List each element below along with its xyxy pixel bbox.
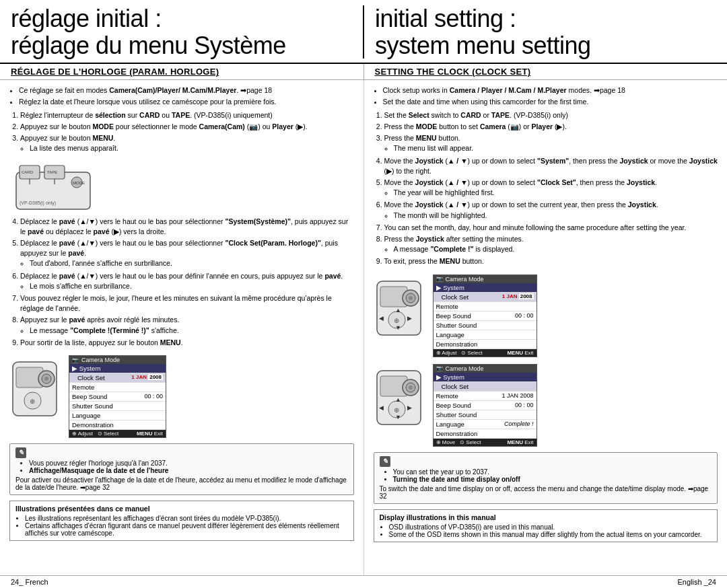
svg-text:TAPE: TAPE — [47, 170, 57, 174]
left-illustrations-title: Illustrations présentées dans ce manuel — [15, 505, 348, 513]
right-menu-shuttersound: Shutter Sound — [434, 321, 536, 330]
svg-text:◀: ◀ — [379, 315, 384, 322]
right-menu-bottom-footer: ⊕ Move ⊙ Select MENU Exit — [434, 439, 536, 446]
right-text-content: Clock setup works in Camera / Player / M… — [374, 85, 718, 269]
right-step-8: Press the Joystick after setting the min… — [384, 234, 718, 254]
right-step-5a: The year will be highlighted first. — [394, 188, 718, 198]
menu-top-language: Language — [69, 411, 166, 420]
svg-text:▲: ▲ — [395, 396, 401, 403]
left-menu-box-top: 📷 Camera Mode ▶ System Clock Set 1 JAN 2… — [69, 355, 166, 438]
right-menu-b-system: ▶ System — [434, 373, 536, 382]
right-menu-b-language: LanguageComplete ! — [434, 420, 536, 429]
menu-top-shuttersound: Shutter Sound — [69, 402, 166, 411]
right-step-4: Move the Joystick (▲ / ▼) up or down to … — [384, 156, 718, 176]
left-diagram-top: CARD TAPE MODE (VP-D385(i) only) — [9, 159, 354, 214]
svg-text:▶: ▶ — [407, 404, 412, 411]
right-bullet-2: Set the date and time when using this ca… — [383, 97, 718, 107]
right-title-line1: initial setting : — [375, 5, 716, 32]
right-step-9: To exit, press the MENU button. — [384, 256, 718, 266]
left-step-9: Pour sortir de la liste, appuyez sur le … — [20, 338, 354, 348]
right-camera-side-2: ⊕ ◀ ▶ ▲ ▼ — [374, 364, 427, 429]
svg-text:⊕: ⊕ — [394, 406, 399, 414]
right-note-box: ✎ You can set the year up to 2037. Turni… — [374, 452, 718, 504]
right-camera-side-svg-2: ⊕ ◀ ▶ ▲ ▼ — [374, 364, 427, 428]
left-step-6: Déplacez le pavé (▲/▼) vers le haut ou l… — [20, 271, 354, 291]
svg-text:(VP-D385(i) only): (VP-D385(i) only) — [20, 200, 56, 206]
left-note-detail: Pour activer ou désactiver l'affichage d… — [15, 476, 348, 491]
right-menu-system: ▶ System — [434, 283, 536, 293]
left-step-5: Déplacez le pavé (▲/▼) vers le haut ou l… — [20, 238, 354, 269]
content-row: Ce réglage se fait en modes Camera(Cam)/… — [0, 80, 727, 575]
right-menu-b-demonstration: Demonstration — [434, 429, 536, 439]
right-menu-remote: Remote — [434, 302, 536, 311]
right-diagram-menu: ⊕ ◀ ▶ ▲ ▼ 📷 Camera Mode — [374, 274, 718, 357]
right-section-header: SETTING THE CLOCK (CLOCK SET) — [364, 64, 728, 79]
left-step-3a: La liste des menus apparaît. — [30, 143, 354, 153]
right-illustrations-title: Display illustrations in this manual — [380, 513, 712, 521]
right-menu-language: Language — [434, 330, 536, 340]
right-menu-b-shuttersound: Shutter Sound — [434, 410, 536, 420]
svg-text:⊕: ⊕ — [30, 398, 35, 405]
right-note-icon: ✎ — [380, 456, 390, 467]
right-step-3: Press the MENU button. The menu list wil… — [384, 133, 718, 153]
footer-left: 24_ French — [11, 578, 48, 586]
menu-top-beepsound: Beep Sound00 : 00 — [69, 392, 166, 402]
right-illust-2: Some of the OSD items shown in this manu… — [389, 531, 712, 538]
svg-text:MODE: MODE — [73, 181, 85, 185]
section-header-row: RÉGLAGE DE L'HORLOGE (PARAM. HORLOGE) SE… — [0, 64, 727, 80]
left-step-4: Déplacez le pavé (▲/▼) vers le haut ou l… — [20, 217, 354, 237]
left-step-6a: Le mois s'affiche en surbrillance. — [30, 281, 354, 291]
menu-top-demonstration: Demonstration — [69, 420, 166, 430]
right-title-line2: system menu setting — [375, 32, 716, 59]
left-bullet-2: Réglez la date et l'heure lorsque vous u… — [19, 97, 354, 107]
left-diagram-menu: ⊕ 📷 Camera Mode ▶ System Clock Set — [9, 355, 354, 438]
right-diagram-complete: ⊕ ◀ ▶ ▲ ▼ 📷 Camera Mode ▶ Syst — [374, 364, 718, 447]
right-note-1: You can set the year up to 2037. — [393, 468, 712, 476]
svg-text:▼: ▼ — [395, 324, 401, 331]
right-menu-b-beepsound: Beep Sound00 : 00 — [434, 401, 536, 410]
svg-text:▲: ▲ — [395, 307, 401, 314]
svg-text:CARD: CARD — [22, 170, 34, 174]
right-menu-b-clockset: Clock Set — [434, 382, 536, 392]
right-note-detail: To switch the date and time display on o… — [380, 485, 712, 500]
footer-right: English _24 — [678, 578, 717, 586]
left-step-8: Appuyez sur le pavé après avoir réglé le… — [20, 315, 354, 335]
left-title-line2: réglage du menu Système — [11, 32, 352, 59]
right-title-block: initial setting : system menu setting — [363, 5, 716, 59]
svg-text:▶: ▶ — [407, 315, 412, 322]
left-step-2: Appuyez sur le bouton MODE pour sélectio… — [20, 122, 354, 132]
right-step-3a: The menu list will appear. — [394, 143, 718, 153]
right-bullet-1: Clock setup works in Camera / Player / M… — [383, 85, 718, 96]
right-step-1: Set the Select switch to CARD or TAPE. (… — [384, 110, 718, 120]
title-row: réglage initial : réglage du menu Systèm… — [0, 0, 727, 64]
left-text-steps-cont: Déplacez le pavé (▲/▼) vers le haut ou l… — [9, 217, 354, 351]
left-camera-side: ⊕ — [9, 355, 63, 420]
note-icon: ✎ — [15, 447, 26, 458]
right-panel: Clock setup works in Camera / Player / M… — [364, 80, 728, 575]
right-step-8a: A message "Complete !" is displayed. — [394, 244, 718, 254]
right-menu-demonstration: Demonstration — [434, 340, 536, 349]
svg-point-32 — [409, 385, 413, 390]
left-step-7: Vous pouvez régler le mois, le jour, l'h… — [20, 293, 354, 314]
menu-top-footer: ⊕ Adjust ⊙ Select MENU Exit — [69, 430, 166, 437]
right-menu-top-header: 📷 Camera Mode — [434, 275, 536, 283]
left-bullet-1: Ce réglage se fait en modes Camera(Cam)/… — [19, 85, 354, 96]
camera-top-svg: CARD TAPE MODE (VP-D385(i) only) — [9, 159, 97, 213]
left-panel: Ce réglage se fait en modes Camera(Cam)/… — [0, 80, 364, 575]
svg-text:▼: ▼ — [395, 414, 401, 420]
camera-side-svg: ⊕ — [9, 355, 63, 419]
left-text-content: Ce réglage se fait en modes Camera(Cam)/… — [9, 85, 354, 155]
right-menu-box-bottom: 📷 Camera Mode ▶ System Clock Set Remote1… — [433, 364, 537, 447]
left-note-box: ✎ Vous pouvez régler l'horloge jusqu'à l… — [9, 443, 354, 495]
right-note-2: Turning the date and time display on/off — [393, 476, 712, 483]
right-menu-bottom-header: 📷 Camera Mode — [434, 365, 536, 373]
right-illustrations-box: Display illustrations in this manual OSD… — [374, 509, 718, 542]
right-menu-b-remote: Remote1 JAN 2008 — [434, 392, 536, 401]
left-note-2: Affichage/Masquage de la date et de l'he… — [29, 467, 348, 474]
svg-point-14 — [44, 377, 48, 381]
right-step-5: Move the Joystick (▲ / ▼) up or down to … — [384, 178, 718, 198]
menu-top-system: ▶ System — [69, 364, 166, 373]
left-step-1: Réglez l'interrupteur de sélection sur C… — [20, 110, 354, 120]
menu-top-header: 📷 Camera Mode — [69, 356, 166, 364]
left-illust-2: Certains affichages d'écran figurant dan… — [25, 522, 348, 537]
